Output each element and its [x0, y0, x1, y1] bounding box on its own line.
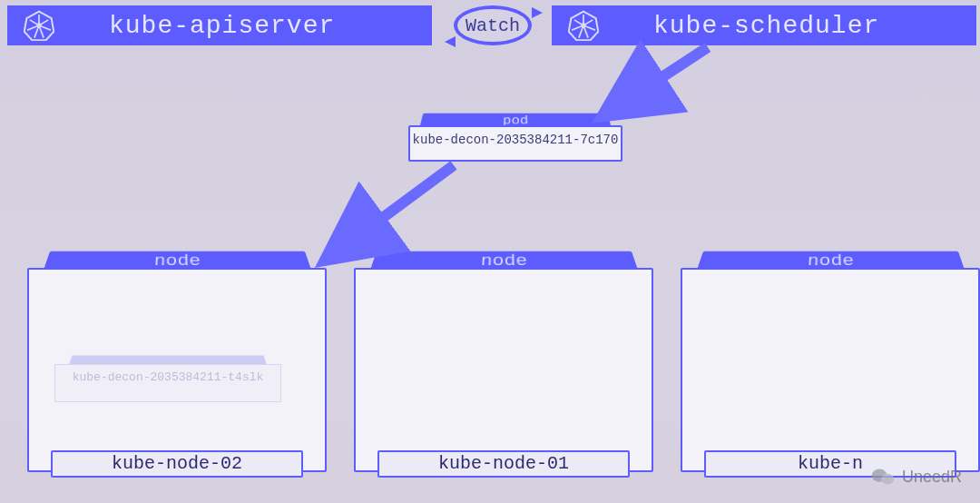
ghost-pod-block: kube-decon-2035384211-t4slk	[54, 351, 281, 402]
node-block-01: node kube-node-01	[354, 245, 653, 472]
node-block-02: node kube-decon-2035384211-t4slk kube-no…	[27, 245, 327, 472]
node-body: kube-decon-2035384211-t4slk	[27, 268, 327, 472]
pod-block: pod kube-decon-2035384211-7c170	[408, 109, 622, 162]
pod-name-label: kube-decon-2035384211-7c170	[410, 133, 621, 147]
watermark-text: UneedR	[902, 468, 962, 487]
watch-label: Watch	[466, 15, 520, 36]
scheduler-label: kube-scheduler	[653, 12, 879, 40]
node-body	[681, 268, 980, 472]
svg-point-17	[581, 23, 585, 27]
watermark: UneedR	[871, 467, 962, 487]
watch-arrow-right-tip-icon	[532, 7, 543, 18]
node-name-bar: kube-node-02	[51, 450, 302, 478]
kubernetes-icon	[24, 10, 54, 41]
apiserver-label: kube-apiserver	[109, 12, 335, 40]
node-block-right: node kube-n	[681, 245, 980, 472]
arrow-scheduler-to-pod	[613, 47, 708, 109]
pod-front: kube-decon-2035384211-7c170	[408, 125, 622, 162]
node-body	[354, 268, 653, 472]
wechat-icon	[871, 467, 895, 487]
svg-point-19	[881, 474, 894, 485]
svg-point-8	[36, 23, 41, 27]
scheduler-bar: kube-scheduler	[552, 5, 976, 45]
apiserver-bar: kube-apiserver	[7, 5, 432, 45]
watch-arrow-left-tip-icon	[445, 36, 456, 47]
kubernetes-icon	[568, 10, 599, 41]
ghost-pod-name: kube-decon-2035384211-t4slk	[54, 364, 281, 402]
watch-oval: Watch	[454, 5, 532, 45]
node-name-bar: kube-node-01	[377, 450, 629, 478]
arrow-pod-to-node	[336, 165, 454, 252]
